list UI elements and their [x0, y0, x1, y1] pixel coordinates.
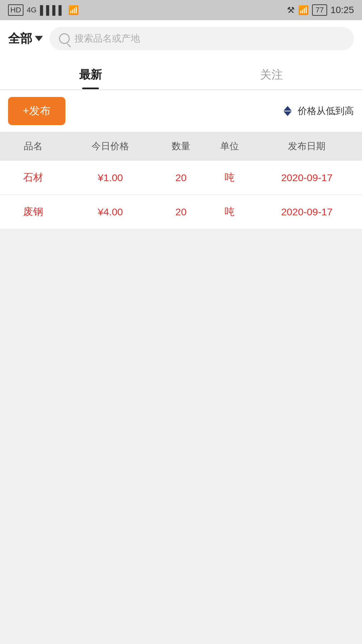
- tab-follow[interactable]: 关注: [181, 57, 362, 89]
- col-header-qty: 数量: [155, 140, 207, 153]
- header: 全部 搜索品名或产地: [0, 20, 362, 57]
- search-placeholder: 搜索品名或产地: [74, 32, 140, 45]
- cell-price-0: ¥1.00: [66, 172, 155, 183]
- signal-bars-icon: ▌▌▌▌: [40, 5, 65, 15]
- publish-button[interactable]: +发布: [8, 97, 65, 125]
- battery-indicator: 77: [312, 4, 327, 16]
- search-bar[interactable]: 搜索品名或产地: [50, 27, 354, 50]
- tabs: 最新 关注: [0, 57, 362, 90]
- sort-arrow-up-icon: [284, 106, 292, 111]
- sort-arrow-down-icon: [284, 111, 292, 116]
- filter-label: 全部: [8, 31, 32, 47]
- cell-date-0: 2020-09-17: [252, 172, 362, 183]
- sort-label: 价格从低到高: [298, 105, 354, 117]
- sort-icon: [282, 105, 294, 117]
- cell-qty-1: 20: [155, 206, 207, 218]
- status-bar: HD 4G ▌▌▌▌ 📶 ⚒ 📶 77 10:25: [0, 0, 362, 20]
- table-body: 石材 ¥1.00 20 吨 2020-09-17 废钢 ¥4.00 20 吨 2…: [0, 161, 362, 229]
- sort-button[interactable]: 价格从低到高: [282, 105, 354, 117]
- table-row[interactable]: 废钢 ¥4.00 20 吨 2020-09-17: [0, 195, 362, 229]
- toolbar: +发布 价格从低到高: [0, 90, 362, 132]
- cell-date-1: 2020-09-17: [252, 206, 362, 218]
- col-header-date: 发布日期: [252, 140, 362, 153]
- bluetooth-icon: 📶: [298, 5, 309, 15]
- filter-button[interactable]: 全部: [8, 31, 43, 47]
- col-header-name: 品名: [0, 140, 66, 153]
- cell-name-1: 废钢: [0, 205, 66, 219]
- cell-price-1: ¥4.00: [66, 206, 155, 218]
- table-header: 品名 今日价格 数量 单位 发布日期: [0, 132, 362, 161]
- table-row[interactable]: 石材 ¥1.00 20 吨 2020-09-17: [0, 161, 362, 195]
- empty-area: [0, 229, 362, 565]
- status-time: 10:25: [330, 5, 354, 15]
- cell-qty-0: 20: [155, 172, 207, 183]
- col-header-price: 今日价格: [66, 140, 155, 153]
- col-header-unit: 单位: [207, 140, 252, 153]
- cell-name-0: 石材: [0, 171, 66, 184]
- chevron-down-icon: [35, 36, 43, 41]
- tab-latest[interactable]: 最新: [0, 57, 181, 89]
- wifi-icon: 📶: [68, 5, 79, 15]
- status-right: ⚒ 📶 77 10:25: [287, 4, 354, 16]
- alarm-icon: ⚒: [287, 5, 295, 15]
- status-left: HD 4G ▌▌▌▌ 📶: [8, 4, 79, 16]
- signal-4g: 4G: [27, 6, 37, 14]
- cell-unit-0: 吨: [207, 171, 252, 184]
- hd-badge: HD: [8, 4, 23, 16]
- search-icon: [59, 33, 70, 44]
- cell-unit-1: 吨: [207, 205, 252, 219]
